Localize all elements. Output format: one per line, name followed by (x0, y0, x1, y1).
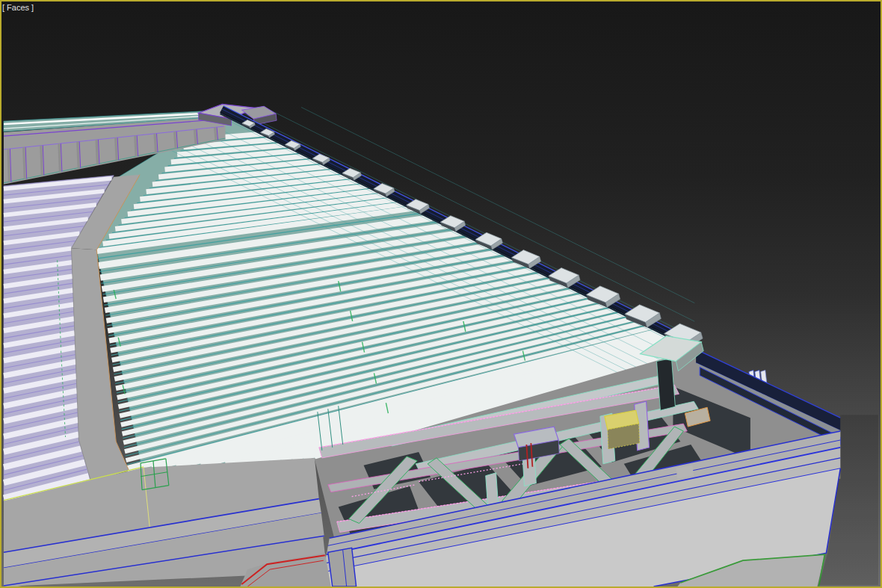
viewport-label[interactable]: [ Faces ] (2, 3, 34, 12)
viewport: [ Faces ] (0, 0, 882, 588)
blue-corner-box (328, 548, 357, 587)
viewport-canvas[interactable] (1, 1, 881, 587)
